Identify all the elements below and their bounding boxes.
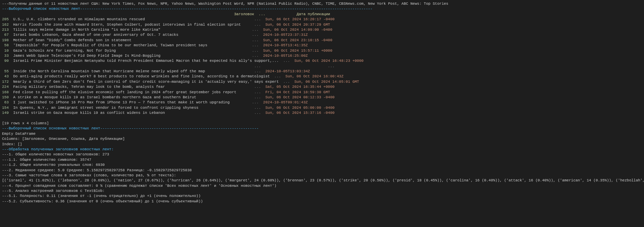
terminal-line: 168 Fed close to pulling off the elusive… [2, 90, 642, 95]
terminal-line: ---4. Процент совпадения слов составляет… [2, 183, 642, 188]
terminal-line: 63 I just switched to iPhone 16 Pro Max … [2, 100, 642, 105]
terminal-line: Columns: [Заголовок, Описание, Ссылка, Д… [2, 136, 642, 142]
terminal-line: 154 In Queens, N.Y., an immigrant street… [2, 105, 642, 110]
terminal-line: 55 Inside the North Carolina mountain to… [2, 69, 642, 74]
terminal-line: 10 Gaza's Schools Are for Learning, Not … [2, 48, 642, 53]
terminal-line: Empty DataFrame [2, 131, 642, 136]
terminal-line: [('israel', 41 (1.02%)), ('lebanon', 28 … [2, 178, 642, 183]
terminal-line: ... ... [2, 64, 642, 69]
terminal-line: 162 Harris floods the zone with Howard S… [2, 22, 642, 27]
terminal-line: ---5.1. Полярность: 0.11 (значения от -1… [2, 194, 642, 199]
terminal-line: ---5.2. Субъективность: 0.36 (значения о… [2, 199, 642, 204]
terminal-line: ---1.1. Общее количество символов: 35747 [2, 157, 642, 162]
terminal-line: ---Выборочный список основных новостных … [2, 126, 642, 131]
terminal-line: 150 A strike on a mosque kills 19 as Isr… [2, 95, 642, 100]
terminal-line: 149 Israeli strike on Gaza mosque kills … [2, 110, 642, 116]
terminal-line: ---2. Медианное среднее: 5.0 Среднее: 5.… [2, 168, 642, 173]
terminal-line: 43 Do anti-aging products really work? 8… [2, 74, 642, 79]
terminal-line: 67 Israel bombs Lebanon, Gaza ahead of o… [2, 32, 642, 37]
terminal-line: ---1. Общее количество новостных заголов… [2, 152, 642, 157]
terminal-line: 198 Mother of Sean "Diddy" Combs defends… [2, 38, 642, 43]
terminal-line: Заголовок ... Дата публикации [2, 12, 642, 17]
terminal-line: ---1.2. Общее количество уникальных слов… [2, 162, 642, 168]
terminal-line: ---Обработка полученных заголовков новос… [2, 147, 642, 152]
terminal-line: 213 Tillis says Helene damage in North C… [2, 27, 642, 32]
terminal-line: ---3. Самые частотные слова в заголовках… [2, 173, 642, 178]
terminal-line [2, 116, 642, 121]
terminal-line: ---Выборочный список новостных лент-----… [2, 6, 642, 11]
terminal-line: 33 James Webb Space Telescope's Fid Deep… [2, 53, 642, 58]
terminal-line: ---Получены данные от 11 новостных лент … [2, 1, 642, 6]
terminal-line: [19 rows x 4 columns] [2, 121, 642, 126]
terminal-line: 90 Israeli Prime Minister Benjamin Netan… [2, 58, 642, 64]
terminal-line: ---5. Анализ настроений заголовков с Tex… [2, 188, 642, 194]
terminal-line: 172 Nearly a third of Gen Zers don't fee… [2, 79, 642, 84]
terminal-line: 224 Facing military setbacks, Tehran may… [2, 84, 642, 90]
terminal-line: 205 U.S., U.K. climbers stranded on Hima… [2, 17, 642, 22]
terminal-line: Index: [] [2, 142, 642, 147]
terminal-output: ---Получены данные от 11 новостных лент … [2, 1, 642, 204]
terminal-line: 58 'Impossible' for People's Republic of… [2, 43, 642, 48]
